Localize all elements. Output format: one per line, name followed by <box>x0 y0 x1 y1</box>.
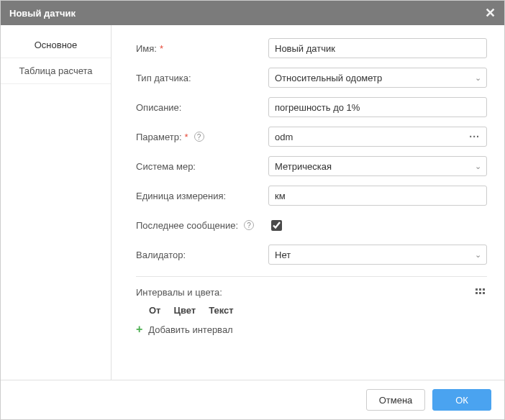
label-name: Имя: * <box>136 43 268 54</box>
cancel-button[interactable]: Отмена <box>366 389 425 411</box>
label-validator: Валидатор: <box>136 250 268 260</box>
svg-rect-5 <box>483 292 485 294</box>
help-icon[interactable]: ? <box>194 132 204 142</box>
row-unit: Единица измерения: <box>136 186 487 206</box>
row-description: Описание: <box>136 97 487 117</box>
ellipsis-icon[interactable]: ··· <box>466 131 483 142</box>
add-interval-label: Добавить интервал <box>148 324 232 335</box>
tabs: Основное Таблица расчета <box>1 25 112 380</box>
unit-input[interactable] <box>268 186 487 206</box>
grid-icon[interactable] <box>476 288 487 297</box>
label-description: Описание: <box>136 102 268 113</box>
parameter-input[interactable] <box>268 127 487 147</box>
ok-button[interactable]: ОК <box>432 389 491 411</box>
label-type: Тип датчика: <box>136 73 268 83</box>
tab-table-label: Таблица расчета <box>19 65 92 76</box>
plus-icon: + <box>136 323 142 336</box>
row-parameter: Параметр: * ? ··· <box>136 127 487 147</box>
system-value: Метрическая <box>275 161 332 172</box>
validator-value: Нет <box>275 250 291 260</box>
intervals-header: Интервалы и цвета: <box>136 287 487 298</box>
lastmsg-checkbox[interactable] <box>271 220 282 231</box>
row-lastmsg: Последнее сообщение: ? <box>136 215 487 235</box>
dialog-title: Новый датчик <box>9 8 76 19</box>
intervals-title: Интервалы и цвета: <box>136 287 222 298</box>
svg-rect-0 <box>476 288 478 291</box>
add-interval-button[interactable]: + Добавить интервал <box>136 323 487 336</box>
row-type: Тип датчика: Относительный одометр ⌄ <box>136 68 487 88</box>
content: Имя: * Тип датчика: Относительный одомет… <box>112 25 504 380</box>
svg-rect-1 <box>479 288 481 291</box>
col-text: Текст <box>209 305 233 316</box>
label-parameter: Параметр: * ? <box>136 132 268 142</box>
description-input[interactable] <box>268 97 487 117</box>
type-value: Относительный одометр <box>275 73 382 83</box>
label-system: Система мер: <box>136 161 268 172</box>
row-validator: Валидатор: Нет ⌄ <box>136 245 487 265</box>
tab-basic-label: Основное <box>35 40 78 50</box>
required-mark: * <box>160 43 163 54</box>
footer: Отмена ОК <box>1 380 504 419</box>
row-system: Система мер: Метрическая ⌄ <box>136 156 487 176</box>
svg-rect-4 <box>479 292 481 294</box>
titlebar: Новый датчик ✕ <box>1 1 504 25</box>
svg-rect-3 <box>476 292 478 294</box>
required-mark: * <box>185 132 188 142</box>
col-color: Цвет <box>173 305 196 316</box>
row-name: Имя: * <box>136 38 487 58</box>
sensor-dialog: Новый датчик ✕ Основное Таблица расчета … <box>0 0 505 420</box>
intervals-columns: От Цвет Текст <box>136 305 487 316</box>
tab-table[interactable]: Таблица расчета <box>1 58 111 84</box>
col-from: От <box>149 305 160 316</box>
help-icon[interactable]: ? <box>244 220 254 230</box>
label-lastmsg: Последнее сообщение: ? <box>136 220 268 231</box>
dialog-body: Основное Таблица расчета Имя: * Тип датч… <box>1 25 504 380</box>
divider <box>136 276 487 277</box>
svg-rect-2 <box>483 288 485 291</box>
label-unit: Единица измерения: <box>136 191 268 201</box>
validator-select[interactable]: Нет <box>268 245 487 265</box>
close-icon[interactable]: ✕ <box>485 5 496 21</box>
type-select[interactable]: Относительный одометр <box>268 68 487 88</box>
tab-basic[interactable]: Основное <box>1 32 111 58</box>
system-select[interactable]: Метрическая <box>268 156 487 176</box>
name-input[interactable] <box>268 38 487 58</box>
